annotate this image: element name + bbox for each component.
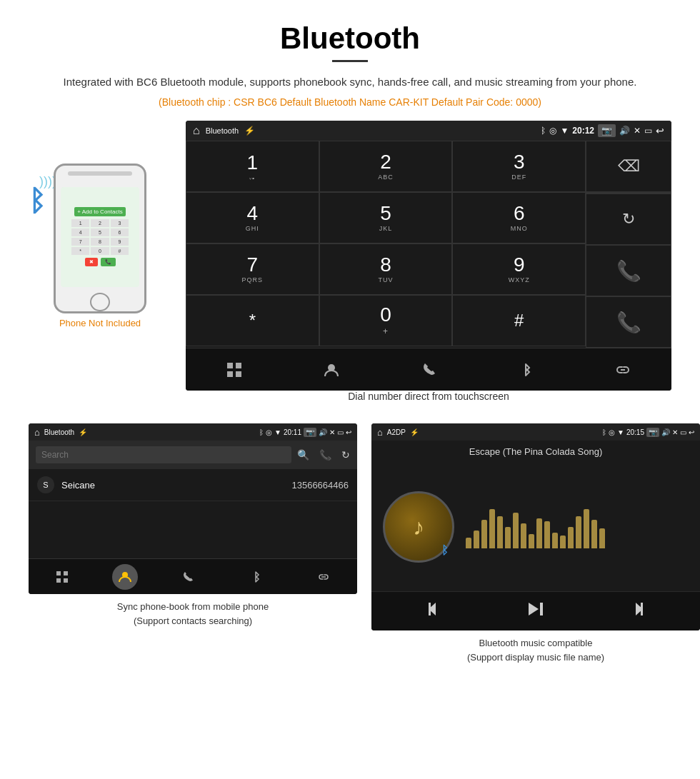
dial-key-0[interactable]: 0+: [319, 295, 453, 346]
pb-home-icon[interactable]: ⌂: [34, 427, 40, 438]
contact-row[interactable]: S Seicane 13566664466: [29, 469, 357, 501]
phone-speaker: [68, 171, 132, 176]
phone-icon-btn[interactable]: [411, 352, 446, 388]
bluetooth-icon-btn[interactable]: [508, 352, 544, 388]
pb-right-icons: ᛒ ◎ ▼ 20:11 📷 🔊 ✕ ▭ ↩: [259, 428, 351, 437]
dial-caption: Dial number direct from touchscreen: [186, 391, 671, 402]
music-caption: Bluetooth music compatible (Support disp…: [467, 636, 604, 664]
play-pause-button[interactable]: [526, 599, 546, 623]
dial-key-3[interactable]: 3DEF: [452, 141, 586, 192]
phonebook-screen: ⌂ Bluetooth ⚡ ᛒ ◎ ▼ 20:11 📷 🔊 ✕ ▭ ↩: [29, 423, 357, 594]
pb-cam-icon[interactable]: 📷: [304, 428, 316, 437]
dial-key-7[interactable]: 7PQRS: [186, 243, 319, 295]
mus-win-icon[interactable]: ▭: [680, 428, 686, 436]
redial-button[interactable]: ↻: [586, 194, 671, 245]
eq-bar: [591, 520, 597, 548]
phone-home-button[interactable]: [90, 293, 110, 311]
pb-win-icon[interactable]: ▭: [337, 428, 344, 436]
song-title: Escape (The Pina Colada Song): [371, 441, 700, 463]
pb-person-btn[interactable]: [112, 564, 138, 590]
eq-bar: [568, 527, 574, 548]
dial-row-4: * 0+ #: [186, 295, 586, 346]
dial-key-4[interactable]: 4GHI: [186, 192, 319, 243]
eq-bar: [576, 516, 581, 548]
pb-search-icon[interactable]: 🔍: [297, 449, 309, 461]
pb-contacts-icon[interactable]: 📞: [319, 449, 331, 461]
pb-grid-btn[interactable]: [44, 559, 80, 595]
eq-bar: [505, 527, 511, 548]
dial-key-9[interactable]: 9WXYZ: [452, 243, 586, 295]
main-screen-title: Bluetooth: [206, 126, 239, 135]
equalizer: [466, 506, 689, 548]
mus-home-icon[interactable]: ⌂: [377, 427, 383, 438]
prev-button[interactable]: [426, 599, 446, 623]
eq-bar: [521, 523, 526, 548]
grid-icon-btn[interactable]: [216, 352, 252, 388]
search-input[interactable]: [36, 446, 291, 463]
volume-icon[interactable]: 🔊: [619, 126, 630, 136]
pb-redial-icon[interactable]: ↻: [341, 449, 350, 461]
eq-bar: [474, 531, 479, 548]
home-icon[interactable]: ⌂: [193, 124, 200, 137]
bluetooth-status-icon: ᛒ: [541, 126, 546, 136]
page-title: Bluetooth: [29, 21, 671, 56]
next-button[interactable]: [626, 599, 646, 623]
pb-bottom-bar: [29, 558, 357, 594]
end-call-button[interactable]: 📞: [586, 296, 671, 348]
dial-key-5[interactable]: 5JKL: [319, 192, 453, 243]
pb-wifi-icon: ▼: [274, 428, 281, 436]
window-icon[interactable]: ▭: [644, 126, 652, 136]
phonebook-status-bar: ⌂ Bluetooth ⚡ ᛒ ◎ ▼ 20:11 📷 🔊 ✕ ▭ ↩: [29, 423, 357, 441]
bluetooth-icon: ᛒ: [29, 185, 46, 217]
svg-rect-2: [227, 371, 233, 377]
call-button[interactable]: 📞: [586, 245, 671, 296]
pb-time: 20:11: [284, 428, 301, 436]
main-status-bar: ⌂ Bluetooth ⚡ ᛒ ◎ ▼ 20:12 📷 🔊 ✕ ▭ ↩: [186, 121, 671, 141]
pb-close-icon[interactable]: ✕: [329, 428, 335, 436]
svg-rect-7: [64, 571, 68, 576]
mus-loc-icon: ◎: [609, 428, 615, 436]
phone-label: Phone Not Included: [59, 318, 141, 328]
contact-letter: S: [37, 476, 54, 493]
close-icon[interactable]: ✕: [634, 126, 641, 136]
link-icon-btn[interactable]: [605, 352, 641, 388]
main-screen-column: ⌂ Bluetooth ⚡ ᛒ ◎ ▼ 20:12 📷 🔊 ✕ ▭ ↩: [186, 121, 671, 416]
mus-close-icon[interactable]: ✕: [672, 428, 678, 436]
orange-info-text: (Bluetooth chip : CSR BC6 Default Blueto…: [29, 96, 671, 108]
search-bar: 🔍 📞 ↻: [29, 441, 357, 469]
bottom-row: ⌂ Bluetooth ⚡ ᛒ ◎ ▼ 20:11 📷 🔊 ✕ ▭ ↩: [29, 423, 671, 664]
eq-bar: [560, 536, 566, 548]
pb-back-icon[interactable]: ↩: [346, 428, 351, 436]
backspace-button[interactable]: ⌫: [586, 141, 671, 192]
pb-link-btn[interactable]: [306, 559, 341, 595]
backspace-icon: ⌫: [618, 157, 640, 176]
dial-key-star[interactable]: *: [186, 295, 319, 346]
camera-icon[interactable]: 📷: [598, 124, 616, 137]
contacts-icon-btn[interactable]: [314, 352, 349, 388]
mus-bt-icon: ᛒ: [602, 428, 606, 436]
main-layout: ᛒ )))) + Add to Contacts 1 2 3 4 5 6 7: [29, 121, 671, 416]
pb-phone-btn[interactable]: [170, 559, 206, 595]
dial-key-2[interactable]: 2ABC: [319, 141, 453, 192]
eq-bar: [466, 538, 471, 548]
dial-key-1[interactable]: 1ᵥₒ: [186, 141, 319, 192]
location-icon: ◎: [549, 126, 556, 136]
call-red-icon: 📞: [616, 311, 641, 334]
svg-rect-0: [227, 363, 233, 368]
dial-key-8[interactable]: 8TUV: [319, 243, 453, 295]
music-item: ⌂ A2DP ⚡ ᛒ ◎ ▼ 20:15 📷 🔊 ✕ ▭ ↩ Escape (T…: [371, 423, 700, 664]
dial-key-hash[interactable]: #: [452, 295, 586, 346]
music-content: ♪ ᛒ: [371, 463, 700, 591]
pb-vol-icon[interactable]: 🔊: [319, 428, 327, 436]
album-bt-overlay: ᛒ: [441, 544, 449, 557]
mus-back-icon[interactable]: ↩: [689, 428, 694, 436]
music-screen: ⌂ A2DP ⚡ ᛒ ◎ ▼ 20:15 📷 🔊 ✕ ▭ ↩ Escape (T…: [371, 423, 700, 630]
pb-bt-btn[interactable]: [238, 559, 274, 595]
mus-vol-icon[interactable]: 🔊: [661, 428, 670, 436]
eq-bar: [544, 521, 550, 548]
back-icon[interactable]: ↩: [656, 125, 664, 136]
dialpad-right-column: ⌫ ↻ 📞 📞: [586, 141, 671, 348]
dial-key-6[interactable]: 6MNO: [452, 192, 586, 243]
mus-cam-icon[interactable]: 📷: [646, 428, 659, 437]
contact-name: Seicane: [61, 480, 291, 491]
